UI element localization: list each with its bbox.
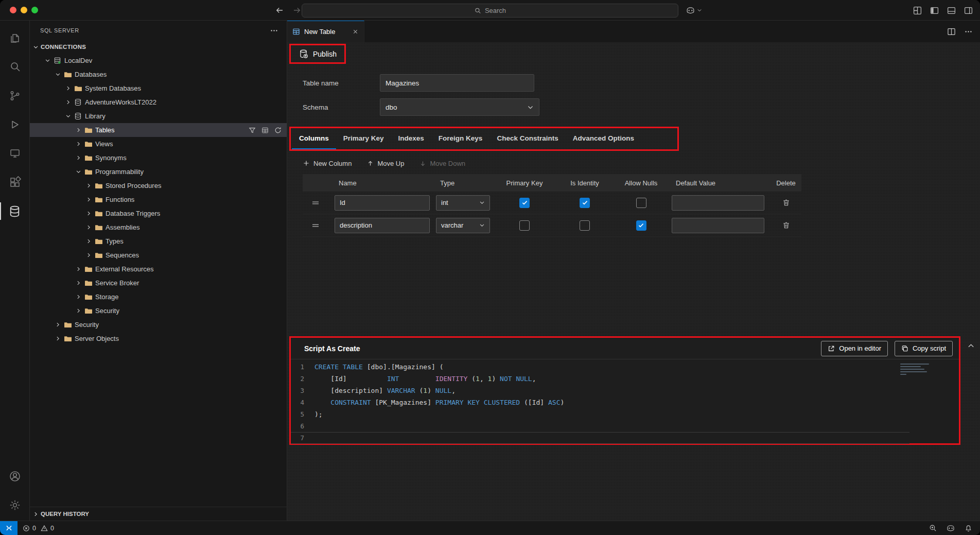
drag-handle[interactable]: [303, 200, 328, 205]
chevron-right-icon[interactable]: [74, 294, 82, 300]
is-identity-checkbox[interactable]: [580, 220, 590, 231]
delete-column-button[interactable]: [782, 199, 790, 206]
chevron-right-icon[interactable]: [74, 155, 82, 161]
activity-item-search-icon[interactable]: [0, 53, 30, 81]
connections-section-header[interactable]: CONNECTIONS: [30, 40, 287, 54]
go-back-icon[interactable]: [275, 6, 284, 15]
more-actions-icon[interactable]: [964, 27, 973, 36]
tree-item-adventureworkslt2022[interactable]: AdventureWorksLT2022: [30, 95, 287, 109]
column-name-input[interactable]: [335, 218, 430, 233]
tree-item-localdev[interactable]: LocalDev: [30, 54, 287, 67]
tree-item-external-resources[interactable]: External Resources: [30, 262, 287, 276]
chevron-down-icon[interactable]: [43, 58, 51, 63]
scroll-up-icon[interactable]: [967, 342, 975, 350]
designer-tab-columns[interactable]: Columns: [292, 128, 336, 149]
layout-sidebar-right-icon[interactable]: [964, 6, 973, 15]
table-icon[interactable]: [261, 127, 269, 134]
chevron-down-icon[interactable]: [74, 169, 82, 175]
chevron-right-icon[interactable]: [74, 308, 82, 314]
is-identity-checkbox[interactable]: [580, 198, 590, 208]
tree-item-sequences[interactable]: Sequences: [30, 248, 287, 262]
refresh-icon[interactable]: [274, 127, 282, 134]
layout-grid-icon[interactable]: [913, 6, 922, 15]
activity-item-run-debug-icon[interactable]: [0, 110, 30, 139]
tree-item-database-triggers[interactable]: Database Triggers: [30, 206, 287, 220]
schema-select[interactable]: dbo: [380, 98, 539, 116]
activity-item-settings-gear-icon[interactable]: [0, 491, 30, 520]
drag-handle[interactable]: [303, 223, 328, 228]
bell-icon[interactable]: [964, 524, 973, 532]
column-type-select[interactable]: int: [436, 195, 490, 211]
primary-key-checkbox[interactable]: [519, 220, 530, 231]
copilot-icon[interactable]: [946, 524, 955, 533]
zoom-icon[interactable]: [929, 524, 937, 532]
activity-item-account-icon[interactable]: [0, 462, 30, 491]
activity-item-source-control-icon[interactable]: [0, 81, 30, 110]
activity-item-explorer-icon[interactable]: [0, 24, 30, 53]
query-history-section-header[interactable]: QUERY HISTORY: [30, 507, 287, 521]
activity-item-remote-explorer-icon[interactable]: [0, 139, 30, 168]
command-center-search[interactable]: Search: [302, 4, 678, 18]
new-column-button[interactable]: New Column: [303, 160, 352, 167]
chevron-right-icon[interactable]: [74, 280, 82, 286]
tree-item-types[interactable]: Types: [30, 234, 287, 248]
tree-item-functions[interactable]: Functions: [30, 193, 287, 206]
tree-item-security[interactable]: Security: [30, 304, 287, 318]
tab-new-table[interactable]: New Table: [287, 21, 364, 42]
remote-indicator[interactable]: [0, 521, 18, 535]
chevron-right-icon[interactable]: [84, 197, 93, 202]
activity-item-extensions-icon[interactable]: [0, 168, 30, 197]
tree-item-library[interactable]: Library: [30, 109, 287, 123]
allow-nulls-checkbox[interactable]: [636, 198, 646, 208]
allow-nulls-checkbox[interactable]: [636, 220, 646, 231]
chevron-right-icon[interactable]: [84, 252, 93, 258]
fullscreen-window-button[interactable]: [31, 7, 38, 13]
tree-item-security[interactable]: Security: [30, 318, 287, 332]
go-forward-icon[interactable]: [292, 6, 302, 15]
close-window-button[interactable]: [10, 7, 16, 13]
delete-column-button[interactable]: [782, 221, 790, 229]
more-actions-icon[interactable]: [270, 26, 278, 35]
tree-item-programmability[interactable]: Programmability: [30, 165, 287, 179]
designer-tab-foreign-keys[interactable]: Foreign Keys: [431, 128, 490, 149]
tree-item-service-broker[interactable]: Service Broker: [30, 276, 287, 290]
copilot-menu[interactable]: [686, 0, 702, 21]
chevron-right-icon[interactable]: [54, 322, 62, 327]
chevron-right-icon[interactable]: [84, 211, 93, 216]
chevron-right-icon[interactable]: [74, 141, 82, 147]
problems-indicator[interactable]: 0 0: [18, 525, 56, 532]
tree-item-stored-procedures[interactable]: Stored Procedures: [30, 179, 287, 193]
default-value-input[interactable]: [672, 218, 764, 233]
chevron-right-icon[interactable]: [64, 85, 72, 91]
primary-key-checkbox[interactable]: [519, 198, 530, 208]
move-up-button[interactable]: Move Up: [367, 160, 404, 167]
tree-item-storage[interactable]: Storage: [30, 290, 287, 304]
chevron-down-icon[interactable]: [54, 72, 62, 77]
layout-panel-icon[interactable]: [947, 6, 956, 15]
chevron-right-icon[interactable]: [54, 336, 62, 341]
chevron-down-icon[interactable]: [64, 113, 72, 119]
chevron-right-icon[interactable]: [74, 127, 82, 133]
chevron-right-icon[interactable]: [84, 238, 93, 244]
tree-item-tables[interactable]: Tables: [30, 123, 287, 137]
tree-item-system-databases[interactable]: System Databases: [30, 81, 287, 95]
copy-script-button[interactable]: Copy script: [895, 341, 953, 356]
designer-tab-indexes[interactable]: Indexes: [391, 128, 431, 149]
column-type-select[interactable]: varchar: [436, 218, 490, 233]
designer-tab-advanced-options[interactable]: Advanced Options: [566, 128, 641, 149]
default-value-input[interactable]: [672, 195, 764, 211]
filter-icon[interactable]: [249, 127, 256, 134]
open-in-editor-button[interactable]: Open in editor: [821, 341, 888, 356]
table-name-input[interactable]: [380, 74, 534, 92]
close-tab-icon[interactable]: [352, 28, 359, 35]
tree-item-databases[interactable]: Databases: [30, 67, 287, 81]
minimize-window-button[interactable]: [21, 7, 27, 13]
designer-tab-primary-key[interactable]: Primary Key: [336, 128, 391, 149]
tree-item-server-objects[interactable]: Server Objects: [30, 332, 287, 346]
chevron-right-icon[interactable]: [84, 183, 93, 188]
chevron-right-icon[interactable]: [74, 266, 82, 272]
tree-item-views[interactable]: Views: [30, 137, 287, 151]
designer-tab-check-constraints[interactable]: Check Constraints: [489, 128, 565, 149]
activity-item-sql-server-icon[interactable]: [0, 197, 30, 226]
layout-sidebar-left-icon[interactable]: [930, 6, 939, 15]
